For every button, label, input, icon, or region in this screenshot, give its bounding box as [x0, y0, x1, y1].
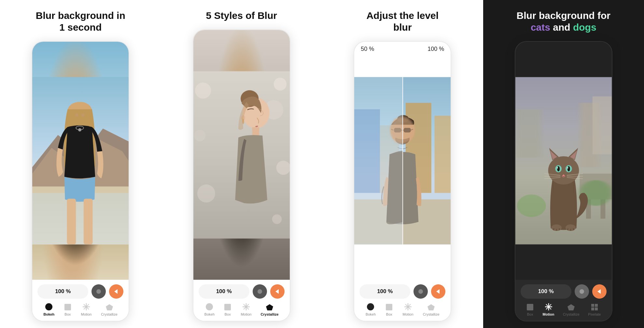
screen3-label-100: 100 % — [427, 46, 444, 52]
svg-point-14 — [45, 303, 52, 310]
screen2-circle-btn[interactable] — [253, 284, 267, 299]
screen4-mockup: 100 % Box — [515, 41, 612, 321]
svg-point-28 — [272, 215, 282, 224]
screen3-circle-btn[interactable] — [413, 284, 428, 299]
screen1-circle-btn[interactable] — [91, 284, 106, 299]
screen1-title: Blur background in1 second — [36, 10, 125, 33]
screen1-percent: 100 % — [37, 284, 88, 299]
svg-rect-8 — [84, 199, 93, 244]
filter3-item-motion[interactable]: Motion — [403, 303, 413, 316]
filter3-label-crystallize: Crystallize — [423, 312, 440, 316]
filter4-item-pixelate[interactable]: Pixelate — [588, 303, 601, 316]
svg-point-83 — [557, 166, 560, 171]
svg-rect-61 — [386, 304, 392, 310]
svg-point-60 — [367, 303, 374, 310]
filter4-label-crystallize: Crystallize — [563, 312, 580, 316]
screen4-dogs-text: dogs — [573, 22, 596, 33]
screen1-control-bar: 100 % — [37, 284, 123, 299]
svg-point-22 — [195, 82, 211, 98]
svg-point-23 — [273, 78, 286, 90]
screen4-circle-btn[interactable] — [575, 284, 589, 299]
comparison-divider — [402, 42, 403, 280]
filter2-item-box[interactable]: Box — [224, 303, 231, 316]
screen4-orange-btn[interactable] — [592, 284, 607, 299]
filter2-item-bokeh[interactable]: Bokeh — [204, 303, 215, 316]
screen2-percent: 100 % — [199, 284, 249, 299]
svg-point-84 — [567, 166, 570, 171]
filter2-label-bokeh: Bokeh — [204, 312, 215, 316]
svg-rect-45 — [435, 116, 451, 193]
screen2-photo — [193, 30, 290, 280]
screen4-percent: 100 % — [521, 284, 571, 299]
screen4-card: Blur background for cats and dogs — [483, 0, 644, 328]
screen1-mockup: 100 % Bokeh Box — [32, 41, 129, 321]
screen4-controls: 100 % Box — [515, 280, 612, 321]
svg-point-75 — [517, 195, 546, 217]
filter4-label-pixelate: Pixelate — [588, 312, 601, 316]
filter-label-motion: Motion — [81, 312, 91, 316]
screen1-orange-btn[interactable] — [109, 284, 123, 299]
filter3-item-box[interactable]: Box — [385, 303, 393, 316]
svg-point-11 — [75, 113, 78, 117]
screen4-cats-text: cats — [531, 22, 550, 33]
screen3-photo: 50 % 100 % — [354, 42, 451, 280]
filter-item-motion[interactable]: Motion — [81, 303, 91, 316]
screen2-orange-btn[interactable] — [270, 284, 285, 299]
filter2-item-crystallize[interactable]: Crystallize — [261, 304, 279, 316]
screen3-card: Adjust the levelblur 50 % 100 % — [322, 0, 483, 328]
filter3-label-motion: Motion — [403, 312, 413, 316]
filter-item-box[interactable]: Box — [64, 303, 72, 316]
filter2-label-crystallize: Crystallize — [261, 312, 279, 316]
filter4-label-motion: Motion — [543, 312, 554, 316]
svg-marker-108 — [567, 304, 575, 310]
filter3-item-crystallize[interactable]: Crystallize — [423, 304, 440, 316]
svg-point-86 — [567, 167, 568, 169]
screen3-title: Adjust the levelblur — [366, 10, 439, 33]
screen2-filter-row: Bokeh Box Motion — [199, 303, 285, 316]
screen4-control-bar: 100 % — [521, 284, 607, 299]
screen3-orange-btn[interactable] — [431, 284, 445, 299]
screen4-title: Blur background for cats and dogs — [517, 10, 610, 33]
filter-item-bokeh[interactable]: Bokeh — [44, 303, 55, 316]
svg-rect-103 — [527, 304, 533, 310]
svg-point-27 — [197, 185, 215, 202]
svg-point-10 — [78, 128, 81, 131]
filter-label-box: Box — [64, 312, 71, 316]
filter2-item-motion[interactable]: Motion — [241, 303, 251, 316]
filter4-item-motion[interactable]: Motion — [543, 303, 554, 316]
filter-label-bokeh: Bokeh — [44, 312, 55, 316]
svg-marker-42 — [266, 304, 273, 310]
screen3-filter-row: Bokeh Box Motion — [359, 303, 445, 316]
filter2-label-box: Box — [225, 312, 231, 316]
screen3-controls: 100 % Bokeh Box — [354, 280, 451, 321]
svg-marker-66 — [427, 304, 435, 310]
svg-rect-110 — [595, 304, 598, 307]
filter-item-crystallize[interactable]: Crystallize — [101, 304, 118, 316]
screen1-controls: 100 % Bokeh Box — [32, 280, 129, 321]
screen2-card: 5 Styles of Blur — [161, 0, 322, 328]
filter4-item-crystallize[interactable]: Crystallize — [563, 304, 580, 316]
filter-label-crystallize: Crystallize — [101, 312, 118, 316]
screen2-title: 5 Styles of Blur — [206, 10, 277, 22]
svg-point-76 — [548, 156, 579, 185]
screen4-filter-row: Box Motion Crystallize — [521, 303, 607, 316]
svg-marker-20 — [106, 304, 113, 310]
screen4-photo — [515, 42, 612, 280]
svg-point-26 — [276, 161, 289, 175]
svg-point-102 — [580, 289, 584, 294]
svg-rect-70 — [515, 109, 541, 157]
filter4-item-box[interactable]: Box — [526, 303, 534, 316]
screen1-photo — [32, 42, 129, 280]
screen1-filter-row: Bokeh Box Motion — [37, 303, 123, 316]
screen4-and-text: and — [553, 22, 573, 33]
filter4-label-box: Box — [527, 312, 533, 316]
svg-point-12 — [81, 113, 85, 117]
screen3-percent: 100 % — [359, 284, 410, 299]
screen3-label-50: 50 % — [361, 46, 374, 52]
svg-point-35 — [258, 289, 262, 294]
svg-rect-7 — [67, 199, 76, 244]
svg-point-36 — [206, 303, 213, 310]
svg-rect-111 — [591, 307, 594, 310]
screen3-control-bar: 100 % — [359, 284, 445, 299]
filter3-item-bokeh[interactable]: Bokeh — [366, 303, 376, 316]
